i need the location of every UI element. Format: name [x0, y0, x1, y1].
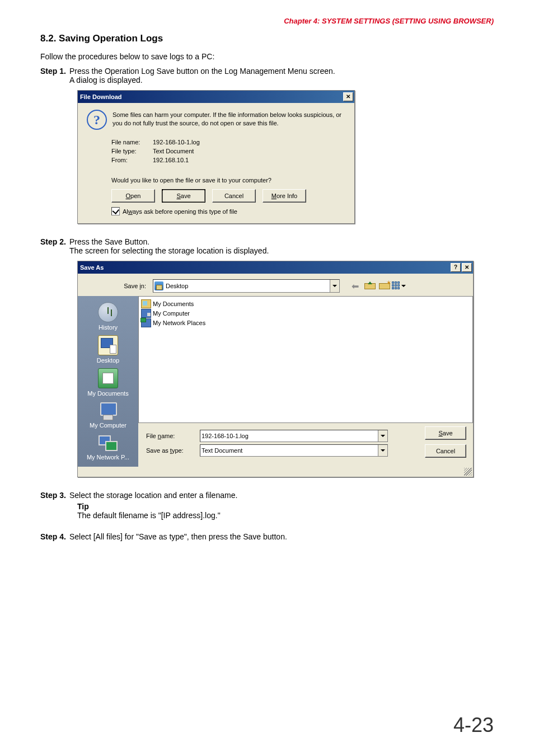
resize-grip-icon[interactable] — [464, 468, 472, 476]
list-item[interactable]: My Documents — [141, 299, 470, 308]
step4-line1: Select [All files] for "Save as type", t… — [69, 532, 494, 541]
file-download-dialog: File Download ✕ ? Some files can harm yo… — [77, 90, 355, 224]
save-as-type-label: Save as type: — [138, 447, 200, 454]
desktop-icon — [154, 281, 163, 290]
chevron-down-icon[interactable] — [378, 430, 387, 442]
file-download-title: File Download — [80, 93, 342, 100]
filetype-value: Text Document — [153, 148, 194, 154]
save-button[interactable]: Save — [425, 426, 466, 440]
filename-key: File name: — [111, 139, 153, 145]
chevron-down-icon — [401, 285, 406, 287]
from-key: From: — [111, 157, 153, 163]
file-download-prompt: Would you like to open the file or save … — [111, 177, 349, 184]
desktop-icon — [98, 335, 118, 355]
step1-line2: A dialog is displayed. — [69, 76, 494, 84]
list-item[interactable]: My Network Places — [141, 318, 470, 327]
network-icon — [141, 318, 151, 327]
history-icon — [98, 302, 118, 322]
close-icon[interactable]: ✕ — [462, 263, 472, 272]
file-download-warning: Some files can harm your computer. If th… — [113, 110, 349, 130]
file-download-titlebar[interactable]: File Download ✕ — [78, 91, 354, 103]
always-ask-checkbox[interactable] — [111, 207, 120, 215]
documents-icon — [98, 368, 118, 388]
places-bar: History Desktop My Documents My Computer… — [78, 296, 138, 467]
page-number: 4-23 — [453, 713, 494, 737]
intro-text: Follow the procedures below to save logs… — [40, 52, 494, 61]
back-button[interactable]: ⬅ — [349, 280, 361, 292]
arrow-left-icon: ⬅ — [352, 281, 359, 292]
step3-line1: Select the storage location and enter a … — [69, 491, 494, 500]
step3-label: Step 3. — [40, 491, 66, 500]
save-as-titlebar[interactable]: Save As ? ✕ — [78, 261, 473, 274]
network-icon — [99, 433, 118, 452]
save-in-combo[interactable]: Desktop — [153, 279, 340, 293]
more-info-button[interactable]: More Info — [263, 189, 306, 203]
from-value: 192.168.10.1 — [153, 157, 189, 163]
filename-input-value: 192-168-10-1.log — [202, 433, 249, 439]
places-my-computer[interactable]: My Computer — [88, 400, 128, 430]
file-list[interactable]: My Documents My Computer My Network Plac… — [138, 296, 473, 423]
chevron-down-icon[interactable] — [330, 280, 339, 292]
computer-icon — [99, 401, 118, 420]
step4-label: Step 4. — [40, 532, 66, 541]
folder-up-icon — [364, 283, 374, 289]
save-button[interactable]: Save — [162, 189, 205, 203]
open-button[interactable]: Open — [111, 189, 155, 203]
save-in-label: Save in: — [85, 283, 153, 289]
places-history[interactable]: History — [97, 300, 119, 332]
save-in-value: Desktop — [166, 283, 188, 289]
chevron-down-icon[interactable] — [378, 445, 387, 456]
filename-value: 192-168-10-1.log — [153, 139, 200, 145]
views-icon — [392, 281, 400, 290]
save-as-type-value: Text Document — [202, 447, 242, 454]
save-as-dialog: Save As ? ✕ Save in: Desktop ⬅ — [77, 261, 474, 477]
always-ask-label: Always ask before opening this type of f… — [123, 208, 237, 215]
cancel-button[interactable]: Cancel — [425, 444, 466, 458]
filetype-key: File type: — [111, 148, 153, 154]
places-my-documents[interactable]: My Documents — [86, 367, 129, 398]
tip-label: Tip — [77, 502, 494, 511]
new-folder-button[interactable] — [378, 280, 390, 292]
step2-line2: The screen for selecting the storage loc… — [69, 246, 494, 255]
save-as-title: Save As — [80, 264, 449, 271]
step1-line1: Press the Operation Log Save button on t… — [69, 67, 494, 76]
tip-text: The default filename is "[IP address].lo… — [77, 511, 494, 520]
question-icon: ? — [87, 110, 107, 130]
save-as-type-combo[interactable]: Text Document — [200, 444, 388, 457]
places-desktop[interactable]: Desktop — [96, 334, 120, 365]
list-item[interactable]: My Computer — [141, 308, 470, 318]
filename-label: File name: — [138, 433, 200, 439]
step1-label: Step 1. — [40, 67, 66, 84]
folder-icon — [141, 299, 151, 308]
close-icon[interactable]: ✕ — [343, 92, 353, 101]
step2-line1: Press the Save Button. — [69, 237, 494, 246]
cancel-button[interactable]: Cancel — [212, 189, 256, 203]
places-my-network[interactable]: My Network P... — [86, 431, 130, 462]
new-folder-icon — [379, 283, 389, 289]
step2-label: Step 2. — [40, 237, 66, 255]
computer-icon — [141, 309, 151, 318]
filename-input[interactable]: 192-168-10-1.log — [200, 430, 388, 442]
up-one-level-button[interactable] — [363, 280, 376, 292]
help-icon[interactable]: ? — [451, 263, 461, 272]
section-title: 8.2. Saving Operation Logs — [40, 33, 494, 44]
views-button[interactable] — [392, 280, 405, 292]
chapter-header: Chapter 4: SYSTEM SETTINGS (SETTING USIN… — [40, 17, 494, 25]
